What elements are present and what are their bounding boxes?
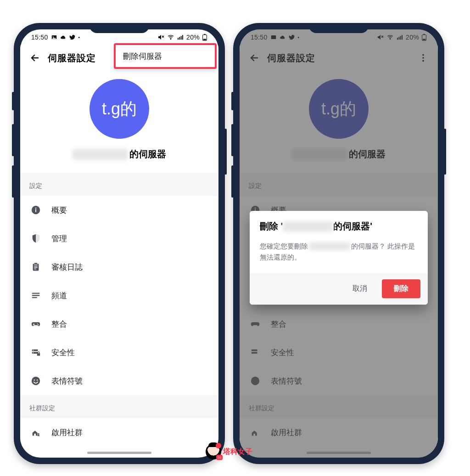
volume-up-button bbox=[231, 92, 234, 110]
power-button bbox=[224, 129, 227, 175]
dialog-title-suffix: 的伺服器' bbox=[333, 220, 372, 232]
cloud-icon bbox=[60, 34, 67, 40]
settings-item-channels[interactable]: 頻道 bbox=[20, 281, 218, 310]
svg-rect-16 bbox=[34, 263, 37, 265]
status-time: 15:50 bbox=[31, 34, 48, 41]
status-battery: 20% bbox=[186, 34, 200, 41]
power-button bbox=[444, 129, 446, 175]
battery-icon bbox=[202, 34, 207, 41]
svg-point-35 bbox=[38, 433, 39, 435]
watermark-avatar: 3c bbox=[206, 444, 221, 459]
dot-icon: • bbox=[78, 35, 80, 40]
svg-rect-13 bbox=[35, 209, 36, 212]
wifi-icon bbox=[167, 34, 174, 41]
home-indicator bbox=[87, 452, 151, 454]
redacted-text bbox=[73, 149, 128, 160]
redacted-text bbox=[309, 242, 350, 250]
svg-rect-17 bbox=[34, 266, 37, 266]
server-name: 的伺服器 bbox=[73, 148, 166, 160]
svg-point-4 bbox=[170, 39, 171, 39]
dialog-body-prefix: 您確定您要刪除 bbox=[260, 241, 308, 252]
list-item-label: 安全性 bbox=[51, 347, 75, 358]
community-item-enable[interactable]: 啟用社群 bbox=[20, 418, 218, 447]
avatar-text: t.g的 bbox=[102, 98, 137, 120]
dialog-title-prefix: 刪除 ' bbox=[260, 220, 283, 232]
svg-rect-8 bbox=[182, 35, 183, 40]
svg-point-29 bbox=[33, 350, 34, 351]
back-button[interactable] bbox=[25, 48, 45, 68]
svg-rect-5 bbox=[178, 38, 179, 40]
svg-rect-7 bbox=[181, 36, 182, 40]
list-item-label: 概要 bbox=[51, 205, 67, 215]
volume-down-button bbox=[12, 124, 14, 156]
svg-point-1 bbox=[52, 36, 53, 37]
list-item-label: 審核日誌 bbox=[51, 262, 83, 272]
svg-point-26 bbox=[38, 324, 39, 325]
svg-rect-19 bbox=[34, 269, 36, 269]
settings-item-security[interactable]: 安全性 bbox=[20, 338, 218, 367]
shield-icon bbox=[30, 233, 41, 244]
delete-confirm-dialog: 刪除 ' 的伺服器' 您確定您要刪除 的伺服器？ 此操作是 無法還原的。 取消 … bbox=[250, 211, 428, 305]
dialog-body: 您確定您要刪除 的伺服器？ 此操作是 無法還原的。 bbox=[250, 237, 428, 273]
dialog-title: 刪除 ' 的伺服器' bbox=[250, 211, 428, 237]
list-item-label: 管理 bbox=[51, 233, 67, 244]
server-header: t.g的 的伺服器 bbox=[20, 71, 218, 173]
list-icon bbox=[30, 290, 41, 301]
settings-item-overview[interactable]: 概要 bbox=[20, 196, 218, 224]
phone-right: 15:50 • 20% 伺服器設定 bbox=[233, 23, 444, 464]
section-settings: 設定 bbox=[20, 173, 218, 196]
svg-point-32 bbox=[32, 377, 40, 385]
settings-item-manage[interactable]: 管理 bbox=[20, 224, 218, 253]
server-name-suffix: 的伺服器 bbox=[129, 148, 166, 160]
watermark-text: 塔科女子 bbox=[223, 447, 252, 457]
bird-icon bbox=[69, 34, 76, 40]
settings-item-emoji[interactable]: 表情符號 bbox=[20, 367, 218, 395]
svg-rect-31 bbox=[37, 353, 40, 356]
info-icon bbox=[30, 204, 41, 215]
signal-icon bbox=[177, 34, 184, 41]
server-avatar[interactable]: t.g的 bbox=[90, 79, 149, 139]
dialog-actions: 取消 刪除 bbox=[250, 273, 428, 305]
svg-point-25 bbox=[37, 323, 38, 324]
svg-point-34 bbox=[37, 380, 38, 380]
notch bbox=[309, 23, 369, 33]
list-item-label: 啟用社群 bbox=[51, 427, 83, 438]
phone-left: 15:50 • bbox=[14, 23, 225, 464]
side-button bbox=[231, 165, 234, 198]
mute-icon bbox=[157, 34, 165, 41]
server-lock-icon bbox=[30, 347, 41, 358]
list-item-label: 整合 bbox=[51, 319, 67, 329]
list-item-label: 頻道 bbox=[51, 290, 67, 301]
community-list: 啟用社群 bbox=[20, 418, 218, 447]
list-item-label: 表情符號 bbox=[51, 376, 83, 386]
community-icon bbox=[30, 427, 41, 438]
svg-rect-6 bbox=[179, 37, 180, 40]
svg-point-14 bbox=[35, 208, 36, 209]
settings-item-audit[interactable]: 審核日誌 bbox=[20, 253, 218, 281]
clipboard-icon bbox=[30, 261, 41, 272]
emoji-icon bbox=[30, 375, 41, 386]
menu-item-delete-server[interactable]: 刪除伺服器 bbox=[114, 43, 217, 69]
svg-rect-18 bbox=[34, 267, 37, 267]
svg-point-33 bbox=[34, 380, 35, 380]
settings-item-integrations[interactable]: 整合 bbox=[20, 310, 218, 338]
settings-list: 概要 管理 審核日誌 頻道 整合 bbox=[20, 196, 218, 395]
menu-item-label: 刪除伺服器 bbox=[123, 51, 162, 62]
side-button bbox=[12, 165, 14, 198]
dialog-body-mid: 的伺服器？ 此操作是 bbox=[351, 241, 415, 252]
dialog-body-end: 無法還原的。 bbox=[260, 253, 301, 261]
svg-rect-24 bbox=[33, 324, 35, 324]
delete-button[interactable]: 刪除 bbox=[382, 279, 420, 298]
watermark: 3c 塔科女子 bbox=[206, 444, 252, 459]
section-community: 社群設定 bbox=[20, 395, 218, 418]
page-title: 伺服器設定 bbox=[48, 52, 96, 64]
svg-point-30 bbox=[33, 352, 34, 353]
gallery-icon bbox=[51, 34, 57, 40]
svg-rect-10 bbox=[204, 34, 206, 35]
watermark-badge: 3c bbox=[216, 455, 223, 460]
svg-rect-11 bbox=[203, 39, 206, 40]
notch bbox=[90, 23, 149, 33]
volume-up-button bbox=[12, 92, 14, 110]
redacted-text bbox=[283, 221, 333, 232]
cancel-button[interactable]: 取消 bbox=[345, 279, 375, 298]
